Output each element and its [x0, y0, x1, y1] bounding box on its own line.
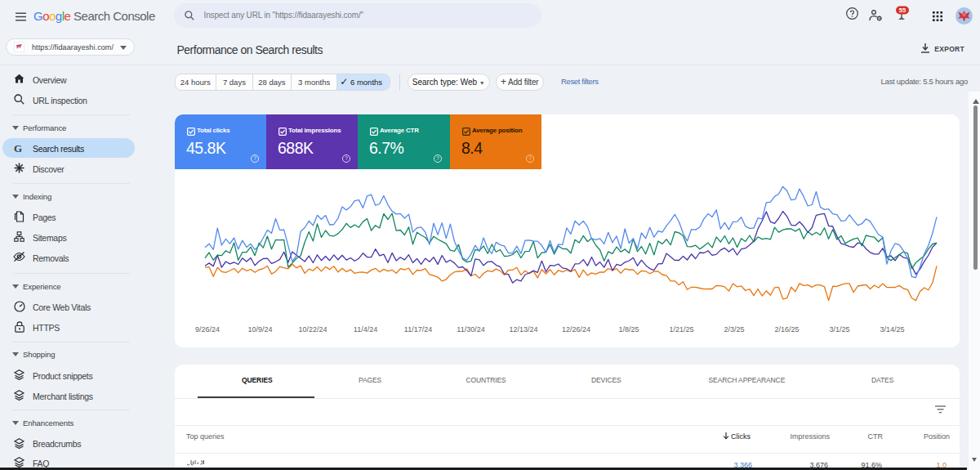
- svg-text:3/1/25: 3/1/25: [829, 325, 849, 333]
- svg-text:10/9/24: 10/9/24: [247, 325, 272, 333]
- svg-text:2/16/25: 2/16/25: [774, 325, 799, 333]
- svg-text:11/30/24: 11/30/24: [457, 325, 484, 333]
- svg-text:3/14/25: 3/14/25: [880, 325, 904, 333]
- svg-text:10/22/24: 10/22/24: [298, 325, 327, 333]
- svg-text:2/3/25: 2/3/25: [724, 325, 744, 333]
- svg-text:12/26/24: 12/26/24: [562, 325, 590, 333]
- svg-text:11/17/24: 11/17/24: [404, 325, 432, 333]
- svg-text:9/26/24: 9/26/24: [195, 325, 220, 333]
- svg-text:55: 55: [899, 7, 906, 14]
- svg-text:12/13/24: 12/13/24: [509, 325, 537, 333]
- svg-text:11/4/24: 11/4/24: [354, 325, 377, 333]
- svg-text:1/21/25: 1/21/25: [669, 325, 693, 333]
- svg-text:1/8/25: 1/8/25: [618, 325, 639, 333]
